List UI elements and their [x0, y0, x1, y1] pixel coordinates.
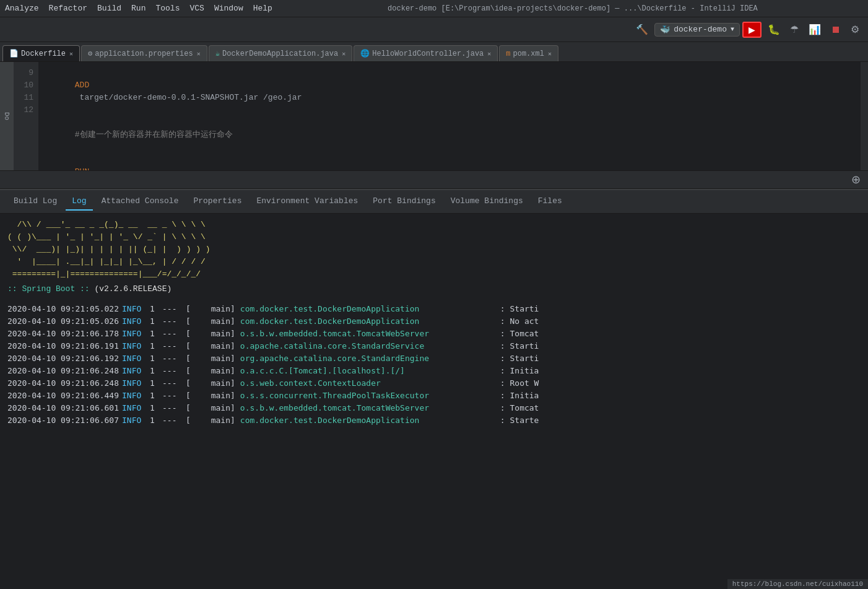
dockerfile-icon: 📄 — [9, 49, 19, 58]
menu-tools[interactable]: Tools — [155, 4, 180, 13]
log-thread-num: 1 — [150, 414, 162, 427]
run-button[interactable]: ▶ — [742, 22, 762, 38]
editor-scrollbar[interactable] — [861, 62, 868, 170]
menu-build[interactable]: Build — [97, 4, 121, 13]
log-bracket: [ — [186, 377, 191, 390]
log-source: com.docker.test.DockerDemoApplication — [240, 315, 500, 328]
tab-pom-label: pom.xml — [513, 50, 544, 58]
tab-volume-bindings[interactable]: Volume Bindings — [445, 193, 529, 211]
tab-files[interactable]: Files — [532, 193, 568, 211]
log-timestamp: 2020-04-10 09:21:06.601 — [7, 402, 122, 414]
tab-pom-close[interactable]: ✕ — [548, 50, 552, 58]
tab-properties[interactable]: Properties — [187, 193, 248, 211]
menu-analyze[interactable]: Analyze — [5, 4, 39, 13]
tab-env-variables[interactable]: Environment Variables — [250, 193, 364, 211]
log-bracket: [ — [186, 340, 191, 352]
log-row: 2020-04-10 09:21:06.601 INFO 1 --- [ mai… — [7, 402, 861, 414]
run-config-selector[interactable]: 🐳 docker-demo ▼ — [654, 23, 740, 37]
log-sep: --- — [162, 352, 186, 365]
menu-run[interactable]: Run — [131, 4, 145, 13]
panel-tabs: Build Log Log Attached Console Propertie… — [0, 190, 868, 214]
log-thread: main] — [191, 328, 240, 340]
debug-button[interactable]: 🐛 — [764, 21, 784, 38]
tab-attached-console[interactable]: Attached Console — [95, 193, 185, 211]
log-bracket: [ — [186, 365, 191, 377]
log-level: INFO — [122, 365, 150, 377]
tab-app-props-close[interactable]: ✕ — [197, 50, 201, 58]
log-timestamp: 2020-04-10 09:21:05.026 — [7, 315, 122, 328]
left-panel-toggle[interactable]: Do — [0, 62, 14, 170]
log-timestamp: 2020-04-10 09:21:06.449 — [7, 390, 122, 402]
log-row: 2020-04-10 09:21:06.191 INFO 1 --- [ mai… — [7, 340, 861, 352]
log-bracket: [ — [186, 390, 191, 402]
tab-dockerfile-close[interactable]: ✕ — [69, 50, 73, 58]
log-source: o.a.c.c.C.[Tomcat].[localhost].[/] — [240, 365, 500, 377]
log-level: INFO — [122, 414, 150, 427]
log-level: INFO — [122, 390, 150, 402]
menu-refactor[interactable]: Refactor — [49, 4, 87, 13]
log-thread-num: 1 — [150, 402, 162, 414]
log-message: : Starti — [500, 303, 539, 315]
log-sep: --- — [162, 303, 186, 315]
spring-banner: /\\ / ___'_ __ _ _(_)_ __ __ _ \ \ \ \ (… — [7, 219, 861, 281]
tab-dockerfile[interactable]: 📄 Dockerfile ✕ — [2, 45, 80, 61]
tab-hello-controller[interactable]: 🌐 HelloWorldController.java ✕ — [354, 45, 498, 61]
settings-button[interactable]: ⚙ — [847, 21, 863, 38]
dropdown-arrow-icon: ▼ — [731, 26, 734, 33]
log-timestamp: 2020-04-10 09:21:06.192 — [7, 352, 122, 365]
build-button[interactable]: 🔨 — [632, 21, 652, 38]
log-thread: main] — [191, 340, 240, 352]
menu-window[interactable]: Window — [214, 4, 243, 13]
log-level: INFO — [122, 402, 150, 414]
tab-docker-demo-close[interactable]: ✕ — [342, 50, 345, 58]
tab-docker-demo-app-label: DockerDemoApplication.java — [222, 50, 338, 58]
log-message: : Tomcat — [500, 402, 539, 414]
log-message: : Starte — [500, 414, 539, 427]
tab-application-properties-label: application.properties — [95, 50, 193, 58]
tab-hello-controller-label: HelloWorldController.java — [372, 50, 484, 58]
log-thread: main] — [191, 414, 240, 427]
line-numbers: 9 10 11 12 — [14, 62, 38, 170]
code-editor[interactable]: ADD target/docker-demo-0.0.1-SNAPSHOT.ja… — [38, 62, 861, 170]
expand-panel-button[interactable]: ⊕ — [851, 173, 861, 186]
coverage-button[interactable]: ☂ — [786, 21, 802, 38]
console-area[interactable]: /\\ / ___'_ __ _ _(_)_ __ __ _ \ \ \ \ (… — [0, 214, 868, 432]
pom-icon: m — [506, 50, 510, 58]
tab-build-log[interactable]: Build Log — [7, 193, 63, 211]
log-thread-num: 1 — [150, 315, 162, 328]
log-timestamp: 2020-04-10 09:21:06.248 — [7, 365, 122, 377]
tab-port-bindings[interactable]: Port Bindings — [367, 193, 441, 211]
menu-help[interactable]: Help — [253, 4, 272, 13]
run-config-label: docker-demo — [674, 25, 727, 34]
tab-docker-demo-app[interactable]: ☕ DockerDemoApplication.java ✕ — [209, 45, 353, 61]
log-thread-num: 1 — [150, 390, 162, 402]
log-thread-num: 1 — [150, 303, 162, 315]
log-message: : No act — [500, 315, 539, 328]
menu-vcs[interactable]: VCS — [189, 4, 204, 13]
log-timestamp: 2020-04-10 09:21:06.607 — [7, 414, 122, 427]
tab-log[interactable]: Log — [66, 193, 92, 211]
code-line-add: ADD target/docker-demo-0.0.1-SNAPSHOT.ja… — [46, 67, 853, 116]
log-bracket: [ — [186, 352, 191, 365]
stop-button[interactable]: ⏹ — [827, 22, 844, 38]
bottom-panel: Build Log Log Attached Console Propertie… — [0, 189, 868, 432]
log-sep: --- — [162, 328, 186, 340]
log-thread: main] — [191, 352, 240, 365]
log-source: o.s.web.context.ContextLoader — [240, 377, 500, 390]
log-thread-num: 1 — [150, 365, 162, 377]
log-container: 2020-04-10 09:21:05.022 INFO 1 --- [ mai… — [7, 303, 861, 427]
log-bracket: [ — [186, 303, 191, 315]
log-sep: --- — [162, 315, 186, 328]
log-bracket: [ — [186, 414, 191, 427]
toolbar: 🔨 🐳 docker-demo ▼ ▶ 🐛 ☂ 📊 ⏹ ⚙ — [0, 17, 868, 42]
log-row: 2020-04-10 09:21:05.022 INFO 1 --- [ mai… — [7, 303, 861, 315]
log-sep: --- — [162, 365, 186, 377]
spring-boot-version-line: :: Spring Boot :: (v2.2.6.RELEASE) — [7, 283, 861, 295]
tab-hello-controller-close[interactable]: ✕ — [487, 50, 491, 58]
profiler-button[interactable]: 📊 — [805, 21, 825, 38]
tab-pom[interactable]: m pom.xml ✕ — [499, 45, 558, 61]
tab-application-properties[interactable]: ⚙ application.properties ✕ — [81, 45, 207, 61]
log-source: com.docker.test.DockerDemoApplication — [240, 414, 500, 427]
java-app-icon: ☕ — [215, 49, 220, 58]
log-thread: main] — [191, 365, 240, 377]
